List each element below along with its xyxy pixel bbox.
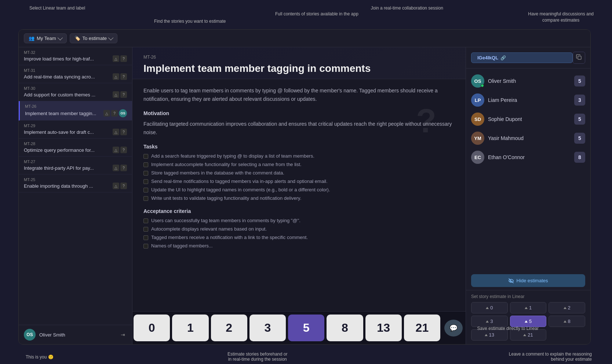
sidebar-item-mt31[interactable]: MT-31 Add real-time data syncing acro...… — [19, 65, 132, 83]
story-description: Enable users to tag team members in comm… — [143, 87, 455, 103]
task-item: Write unit tests to validate tagging fun… — [143, 195, 455, 201]
task-checkbox[interactable] — [143, 162, 148, 167]
sidebar-item-mt30[interactable]: MT-30 Add support for custom themes ... … — [19, 83, 132, 101]
estimate-tri-icon — [485, 334, 488, 336]
member-avatar-sophie: SD — [471, 113, 484, 126]
hide-estimates-button[interactable]: Hide estimates — [471, 274, 585, 287]
tasks-list: Add a search feature triggered by typing… — [143, 153, 455, 201]
vote-button-5[interactable]: 5 — [288, 315, 324, 341]
filter-selector-button[interactable]: 🏷️ To estimate — [70, 33, 117, 43]
member-estimate-liam: 3 — [574, 95, 585, 106]
member-estimate-ethan: 8 — [574, 152, 585, 163]
sidebar-item-title: Add support for custom themes ... — [24, 92, 95, 98]
question-icon: ? — [120, 165, 127, 171]
priority-icon: △ — [113, 73, 119, 80]
vote-button-3[interactable]: 3 — [249, 315, 286, 341]
task-checkbox[interactable] — [143, 196, 148, 201]
tasks-title: Tasks — [143, 144, 455, 150]
vote-button-21[interactable]: 21 — [404, 315, 440, 341]
annotation-full-contents: Full contents of stories available in th… — [275, 11, 358, 17]
right-panel-top: IGe4IkQL 🔗 — [466, 47, 590, 69]
annotation-estimate-session: Estimate stories beforehand orin real-ti… — [227, 352, 287, 362]
team-selector-button[interactable]: 👥 My Team — [24, 33, 67, 43]
question-icon: ? — [111, 110, 118, 117]
active-user-avatar: OS — [119, 109, 127, 117]
question-icon: ? — [120, 55, 127, 62]
sidebar-item-id: MT-32 — [24, 50, 127, 55]
member-avatar-ethan: EC — [471, 151, 484, 164]
estimate-tri-icon — [525, 320, 528, 323]
story-body: Enable users to tag team members in comm… — [132, 79, 466, 344]
logout-button[interactable]: ⇥ — [119, 331, 127, 339]
label-icon: 🏷️ — [74, 36, 80, 41]
estimate-tri-icon — [486, 307, 489, 309]
estimate-btn-0[interactable]: 0 — [471, 302, 508, 313]
vote-button-13[interactable]: 13 — [365, 315, 402, 341]
vote-button-2[interactable]: 2 — [211, 315, 247, 341]
sidebar-item-mt25[interactable]: MT-25 Enable importing data through ... … — [19, 174, 132, 192]
member-name-oliver: Oliver Smith — [488, 78, 571, 84]
sidebar-item-id: MT-29 — [24, 124, 127, 128]
estimate-tri-icon — [564, 320, 567, 323]
member-row-liam: LP Liam Pereira 3 — [466, 91, 590, 110]
task-checkbox[interactable] — [143, 188, 148, 192]
vote-button-0[interactable]: 0 — [134, 315, 170, 341]
sidebar-item-id: MT-31 — [24, 68, 127, 73]
estimate-btn-8[interactable]: 8 — [549, 316, 585, 327]
sidebar-item-title: Improve load times for high-traf... — [24, 56, 94, 62]
content-area: MT-32 Improve load times for high-traf..… — [19, 47, 590, 344]
main-app: 👥 My Team 🏷️ To estimate MT-32 Improve l… — [18, 29, 591, 345]
acceptance-item: Names of tagged members... — [143, 243, 455, 249]
sidebar-item-mt26[interactable]: MT-26 Implement team member taggin... △ … — [19, 101, 132, 121]
sidebar-bottom: OS Oliver Smith ⇥ — [19, 325, 132, 344]
priority-icon: △ — [103, 110, 110, 117]
eye-hide-icon — [509, 278, 514, 283]
annotation-this-is-you: This is you 🙂 — [26, 354, 54, 360]
team-members-list: OS Oliver Smith 5 LP Liam Pereira 3 SD S… — [466, 69, 590, 271]
acceptance-item: Autocomplete displays relevant names bas… — [143, 226, 455, 232]
estimate-btn-5[interactable]: 5 — [510, 316, 547, 327]
estimate-btn-2[interactable]: 2 — [549, 302, 585, 313]
member-name-liam: Liam Pereira — [488, 97, 571, 103]
member-estimate-yasir: 5 — [574, 133, 585, 144]
annotation-find-stories: Find the stories you want to estimate — [154, 18, 226, 25]
annotation-leave-comment: Leave a comment to explain the reasoning… — [509, 352, 592, 362]
estimate-btn-3[interactable]: 3 — [471, 316, 508, 327]
estimate-tri-icon — [564, 307, 567, 309]
task-checkbox[interactable] — [143, 244, 148, 249]
member-avatar-yasir: YM — [471, 132, 484, 145]
filter-label: To estimate — [83, 36, 107, 41]
estimate-grid: 0 1 2 3 5 — [471, 302, 585, 341]
comment-button[interactable]: 💬 — [444, 320, 463, 337]
sidebar-item-mt28[interactable]: MT-28 Optimize query performance for... … — [19, 139, 132, 157]
task-checkbox[interactable] — [143, 171, 148, 176]
story-header: MT-26 Implement team member tagging in c… — [132, 47, 466, 79]
priority-icon: △ — [113, 55, 119, 62]
priority-icon: △ — [113, 147, 119, 153]
task-item: Implement autocomplete functionality for… — [143, 162, 455, 167]
online-indicator — [481, 84, 484, 87]
task-checkbox[interactable] — [143, 235, 148, 240]
task-checkbox[interactable] — [143, 154, 148, 159]
vote-button-8[interactable]: 8 — [327, 315, 363, 341]
annotation-join-session: Join a real-time collaboration session — [371, 5, 443, 11]
sidebar-item-id: MT-25 — [24, 177, 127, 182]
session-code-button[interactable]: IGe4IkQL 🔗 — [471, 52, 573, 63]
sidebar-item-title: Add real-time data syncing acro... — [24, 74, 95, 80]
annotation-discussions: Have meaningful discussions andcompare e… — [528, 11, 594, 23]
member-row-oliver: OS Oliver Smith 5 — [466, 71, 590, 91]
question-icon: ? — [120, 73, 127, 80]
copy-session-button[interactable] — [573, 52, 585, 64]
sidebar-item-mt32[interactable]: MT-32 Improve load times for high-traf..… — [19, 47, 132, 65]
task-checkbox[interactable] — [143, 227, 148, 232]
task-checkbox[interactable] — [143, 218, 148, 223]
sidebar-item-mt27[interactable]: MT-27 Integrate third-party API for pay.… — [19, 157, 132, 174]
acceptance-item: Tagged members receive a notification wi… — [143, 235, 455, 240]
motivation-text: Facilitating targeted communication impr… — [143, 120, 455, 136]
task-checkbox[interactable] — [143, 179, 148, 184]
vote-button-1[interactable]: 1 — [172, 315, 208, 341]
sidebar-item-mt29[interactable]: MT-29 Implement auto-save for draft c...… — [19, 121, 132, 139]
estimate-btn-1[interactable]: 1 — [510, 302, 547, 313]
team-chevron-icon — [57, 35, 62, 40]
task-item: Update the UI to highlight tagged names … — [143, 187, 455, 192]
